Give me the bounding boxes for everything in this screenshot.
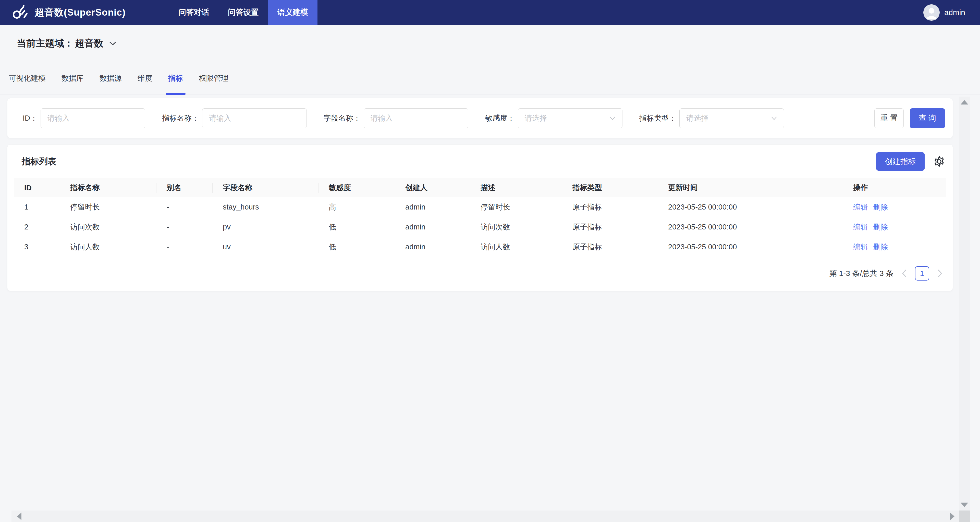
metric-list-header: 指标列表 创建指标 <box>14 145 946 178</box>
id-filter-label: ID： <box>23 113 38 123</box>
metric-type-select-placeholder: 请选择 <box>686 113 708 123</box>
column-header-sensitivity: 敏感度 <box>318 178 395 197</box>
table-header-row: ID 指标名称 别名 字段名称 敏感度 创建人 描述 指标类型 更新时间 操作 <box>14 178 946 197</box>
column-header-alias: 别名 <box>156 178 213 197</box>
cell-actions: 编辑 删除 <box>843 217 946 237</box>
cell-field-name: stay_hours <box>213 197 318 217</box>
nav-item-chat[interactable]: 问答对话 <box>169 0 218 25</box>
cell-description: 停留时长 <box>470 197 562 217</box>
metric-type-select[interactable]: 请选择 <box>679 109 784 128</box>
pagination-page-1[interactable]: 1 <box>915 266 929 281</box>
field-name-filter-input[interactable] <box>364 109 468 128</box>
filter-group-metric-type: 指标类型： 请选择 <box>639 109 784 128</box>
cell-actions: 编辑 删除 <box>843 197 946 217</box>
user-name: admin <box>944 8 965 17</box>
cell-field-name: pv <box>213 217 318 237</box>
column-header-updated-time: 更新时间 <box>658 178 843 197</box>
tab-metrics[interactable]: 指标 <box>168 62 183 94</box>
scrollbar-corner <box>959 511 970 522</box>
metric-name-filter-input[interactable] <box>202 109 307 128</box>
brand-name: 超音数(SuperSonic) <box>35 6 126 19</box>
tab-dimension[interactable]: 维度 <box>138 62 152 94</box>
nav-item-settings[interactable]: 问答设置 <box>218 0 268 25</box>
horizontal-scrollbar[interactable] <box>11 511 959 522</box>
metric-type-filter-label: 指标类型： <box>639 113 676 123</box>
id-filter-input[interactable] <box>41 109 145 128</box>
filter-group-id: ID： <box>23 109 145 128</box>
pagination-next-button[interactable] <box>935 266 945 281</box>
cell-metric-type: 原子指标 <box>562 197 658 217</box>
gear-icon[interactable] <box>933 156 945 168</box>
scroll-left-arrow-icon[interactable] <box>17 512 21 520</box>
filter-card: ID： 指标名称： 字段名称： 敏感度： 请选择 指标类型： <box>7 98 953 138</box>
tab-visual-modeling[interactable]: 可视化建模 <box>9 62 46 94</box>
top-navbar: 超音数(SuperSonic) 问答对话 问答设置 语义建模 admin <box>0 0 980 25</box>
cell-updated-time: 2023-05-25 00:00:00 <box>658 197 843 217</box>
user-avatar-icon <box>923 4 940 21</box>
delete-link[interactable]: 删除 <box>873 202 888 212</box>
vertical-scrollbar[interactable] <box>959 97 970 511</box>
cell-sensitivity: 低 <box>318 217 395 237</box>
cell-creator: admin <box>395 217 470 237</box>
tab-permission[interactable]: 权限管理 <box>199 62 228 94</box>
cell-alias: - <box>156 237 213 257</box>
search-button[interactable]: 查 询 <box>910 109 945 128</box>
cell-metric-name: 访问次数 <box>60 217 156 237</box>
scroll-up-arrow-icon[interactable] <box>961 100 968 104</box>
cell-sensitivity: 高 <box>318 197 395 217</box>
main-nav: 问答对话 问答设置 语义建模 <box>169 0 318 25</box>
cell-id: 1 <box>14 197 60 217</box>
user-menu[interactable]: admin <box>923 4 965 21</box>
cell-metric-type: 原子指标 <box>562 217 658 237</box>
chevron-right-icon <box>937 269 943 278</box>
supersonic-logo-icon <box>11 4 30 21</box>
delete-link[interactable]: 删除 <box>873 222 888 232</box>
app-root: 超音数(SuperSonic) 问答对话 问答设置 语义建模 admin 当前主… <box>0 0 980 522</box>
field-name-filter-label: 字段名称： <box>324 113 361 123</box>
edit-link[interactable]: 编辑 <box>853 202 868 212</box>
reset-button[interactable]: 重 置 <box>874 109 904 128</box>
sensitivity-select-placeholder: 请选择 <box>525 113 547 123</box>
chevron-down-icon <box>609 116 616 120</box>
metric-list-header-actions: 创建指标 <box>876 152 945 171</box>
metric-name-filter-label: 指标名称： <box>162 113 199 123</box>
delete-link[interactable]: 删除 <box>873 242 888 252</box>
tab-database[interactable]: 数据库 <box>62 62 84 94</box>
cell-updated-time: 2023-05-25 00:00:00 <box>658 217 843 237</box>
cell-sensitivity: 低 <box>318 237 395 257</box>
cell-description: 访问人数 <box>470 237 562 257</box>
domain-selector[interactable]: 当前主题域：超音数 <box>17 37 117 50</box>
content-area: ID： 指标名称： 字段名称： 敏感度： 请选择 指标类型： <box>0 95 980 291</box>
cell-description: 访问次数 <box>470 217 562 237</box>
domain-value: 超音数 <box>75 37 103 50</box>
filter-group-metric-name: 指标名称： <box>162 109 307 128</box>
table-row: 3 访问人数 - uv 低 admin 访问人数 原子指标 2023-05-25… <box>14 237 946 257</box>
chevron-left-icon <box>901 269 907 278</box>
column-header-metric-name: 指标名称 <box>60 178 156 197</box>
pagination-prev-button[interactable] <box>899 266 909 281</box>
cell-id: 2 <box>14 217 60 237</box>
pagination: 第 1-3 条/总共 3 条 1 <box>14 266 946 281</box>
cell-id: 3 <box>14 237 60 257</box>
brand: 超音数(SuperSonic) <box>0 4 126 21</box>
chevron-down-icon <box>771 116 777 120</box>
domain-bar: 当前主题域：超音数 <box>0 25 980 62</box>
cell-metric-type: 原子指标 <box>562 237 658 257</box>
sensitivity-select[interactable]: 请选择 <box>518 109 622 128</box>
column-header-id: ID <box>14 178 60 197</box>
edit-link[interactable]: 编辑 <box>853 222 868 232</box>
cell-alias: - <box>156 217 213 237</box>
cell-actions: 编辑 删除 <box>843 237 946 257</box>
pagination-summary: 第 1-3 条/总共 3 条 <box>829 268 894 279</box>
edit-link[interactable]: 编辑 <box>853 242 868 252</box>
scroll-down-arrow-icon[interactable] <box>961 503 968 507</box>
column-header-field-name: 字段名称 <box>213 178 318 197</box>
table-row: 1 停留时长 - stay_hours 高 admin 停留时长 原子指标 20… <box>14 197 946 217</box>
cell-metric-name: 访问人数 <box>60 237 156 257</box>
column-header-creator: 创建人 <box>395 178 470 197</box>
scroll-right-arrow-icon[interactable] <box>950 512 955 520</box>
nav-item-semantic-modeling[interactable]: 语义建模 <box>268 0 318 25</box>
column-header-actions: 操作 <box>843 178 946 197</box>
tab-datasource[interactable]: 数据源 <box>100 62 122 94</box>
create-metric-button[interactable]: 创建指标 <box>876 152 924 171</box>
